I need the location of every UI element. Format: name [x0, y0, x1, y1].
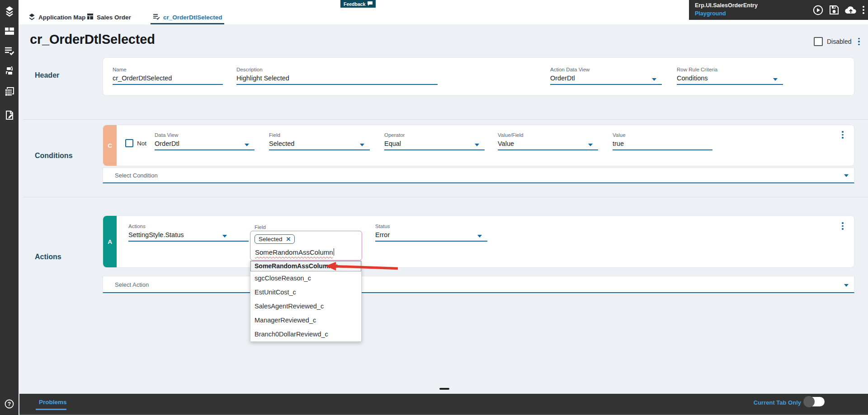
field-label: Name — [113, 67, 223, 73]
row-rule-criteria-dropdown[interactable]: Row Rule Criteria Conditions — [677, 67, 783, 85]
condition-kebab-menu-icon[interactable] — [842, 131, 844, 139]
tables-icon[interactable] — [0, 84, 19, 99]
chevron-down-icon[interactable] — [844, 284, 849, 287]
help-icon[interactable]: ? — [0, 396, 19, 411]
condition-badge: C — [103, 125, 117, 166]
current-tab-only-toggle[interactable] — [804, 397, 825, 406]
field-label: Operator — [384, 132, 485, 138]
list-check-icon[interactable] — [0, 43, 19, 59]
value-input[interactable]: Value true — [613, 132, 712, 150]
typed-text: SomeRandomAssColumn — [255, 248, 333, 256]
dropdown-option[interactable]: Branch0DollarReviewd_c — [250, 327, 361, 341]
project-info-block: Erp.UI.SalesOrderEntry Playground — [689, 0, 868, 20]
section-divider — [23, 197, 868, 197]
title-kebab-menu-icon[interactable] — [858, 38, 860, 46]
data-view-dropdown[interactable]: Data View OrderDtl — [155, 132, 255, 150]
value-field-dropdown[interactable]: Value/Field Value — [498, 132, 598, 150]
select-action-bar[interactable]: Select Action — [103, 276, 854, 293]
chip-label: Selected — [259, 236, 283, 242]
play-icon[interactable] — [813, 5, 823, 15]
not-control: Not — [125, 139, 146, 147]
dropdown-option[interactable]: ManagerReviewed_c — [250, 313, 361, 327]
field-value: true — [613, 140, 712, 148]
layout-grid-icon — [87, 13, 94, 21]
tab-application-map[interactable]: Application Map — [28, 12, 85, 23]
section-divider — [23, 119, 868, 120]
chat-bubble-icon — [368, 1, 373, 7]
edit-document-icon[interactable] — [0, 107, 19, 123]
save-icon[interactable] — [829, 5, 839, 15]
field-multiselect-input[interactable]: Selected ✕ SomeRandomAssColumn — [250, 231, 362, 261]
field-label: Status — [375, 224, 487, 229]
disabled-checkbox[interactable] — [814, 37, 823, 46]
dropdown-option[interactable]: EstUnitCost_c — [250, 285, 361, 299]
field-value: Equal — [384, 140, 485, 148]
disabled-label: Disabled — [827, 38, 851, 45]
tab-label: Sales Order — [97, 14, 131, 21]
field-label: Actions — [128, 224, 249, 229]
condition-field-dropdown[interactable]: Field Selected — [269, 132, 370, 150]
active-tab-underline — [151, 23, 224, 24]
current-tab-only-label: Current Tab Only — [754, 399, 801, 406]
tab-label: cr_OrderDtlSelected — [163, 14, 222, 21]
layers-icon[interactable] — [0, 4, 19, 19]
field-value: Highlight Selected — [236, 75, 438, 82]
chevron-down-icon[interactable] — [475, 144, 479, 146]
top-bar: Application Map Sales Order cr_OrderDtlS… — [19, 0, 868, 24]
field-label: Row Rule Criteria — [677, 67, 783, 73]
tab-sales-order[interactable]: Sales Order — [87, 12, 131, 23]
dropdown-option-add[interactable]: SomeRandomAssColumn+ — [250, 261, 361, 271]
not-label: Not — [137, 140, 146, 147]
field-value: Selected — [269, 140, 370, 148]
page-title: cr_OrderDtlSelected — [30, 32, 155, 47]
field-value: OrderDtl — [550, 75, 662, 82]
feedback-button[interactable]: Feedback — [340, 0, 376, 8]
field-label: Description — [236, 67, 438, 73]
selected-chip: Selected ✕ — [255, 234, 295, 244]
dropdown-option[interactable]: SalesAgentReviewed_c — [250, 299, 361, 313]
field-search-text[interactable]: SomeRandomAssColumn — [255, 248, 334, 256]
kebab-menu-icon[interactable] — [863, 6, 864, 14]
chevron-down-icon[interactable] — [360, 144, 364, 146]
feedback-label: Feedback — [344, 1, 365, 7]
bottom-panel: Problems Current Tab Only — [19, 394, 868, 415]
toggle-knob — [803, 396, 815, 407]
field-value: cr_OrderDtlSelected — [113, 75, 223, 82]
field-value: OrderDtl — [155, 140, 255, 148]
chevron-down-icon[interactable] — [773, 78, 778, 81]
chevron-down-icon[interactable] — [588, 144, 593, 146]
page-layout-icon[interactable] — [0, 23, 19, 39]
layers-icon — [28, 13, 35, 22]
chevron-down-icon[interactable] — [245, 144, 249, 146]
operator-dropdown[interactable]: Operator Equal — [384, 132, 485, 150]
status-dropdown[interactable]: Status Error — [375, 224, 487, 242]
name-field[interactable]: Name cr_OrderDtlSelected — [113, 67, 223, 85]
not-checkbox[interactable] — [125, 139, 133, 147]
description-field[interactable]: Description Highlight Selected — [236, 67, 438, 85]
tab-cr-orderdtlselected[interactable]: cr_OrderDtlSelected — [153, 12, 222, 23]
field-value: SettingStyle.Status — [128, 231, 249, 239]
chevron-down-icon[interactable] — [477, 235, 482, 238]
field-value: Value — [498, 140, 598, 148]
problems-tab-underline — [36, 409, 66, 410]
field-label: Data View — [155, 132, 255, 138]
action-data-view-dropdown[interactable]: Action Data View OrderDtl — [550, 67, 662, 85]
flow-icon[interactable] — [0, 63, 19, 79]
text-cursor — [334, 248, 335, 256]
tab-label: Application Map — [38, 14, 85, 21]
chevron-down-icon[interactable] — [652, 78, 656, 81]
chevron-down-icon[interactable] — [844, 174, 849, 177]
remove-chip-icon[interactable]: ✕ — [286, 236, 291, 242]
dropdown-option[interactable]: sgcCloseReason_c — [250, 271, 361, 285]
action-kebab-menu-icon[interactable] — [842, 222, 844, 230]
actions-dropdown[interactable]: Actions SettingStyle.Status — [128, 224, 249, 242]
cloud-upload-icon[interactable] — [845, 5, 857, 14]
list-check-icon — [153, 13, 160, 21]
field-value: Error — [375, 231, 487, 239]
select-condition-bar[interactable]: Select Condition — [103, 168, 854, 183]
tab-problems[interactable]: Problems — [39, 399, 67, 406]
svg-text:?: ? — [8, 401, 11, 407]
project-environment[interactable]: Playground — [695, 10, 726, 17]
panel-resize-handle[interactable] — [439, 388, 449, 390]
chevron-down-icon[interactable] — [222, 235, 227, 238]
